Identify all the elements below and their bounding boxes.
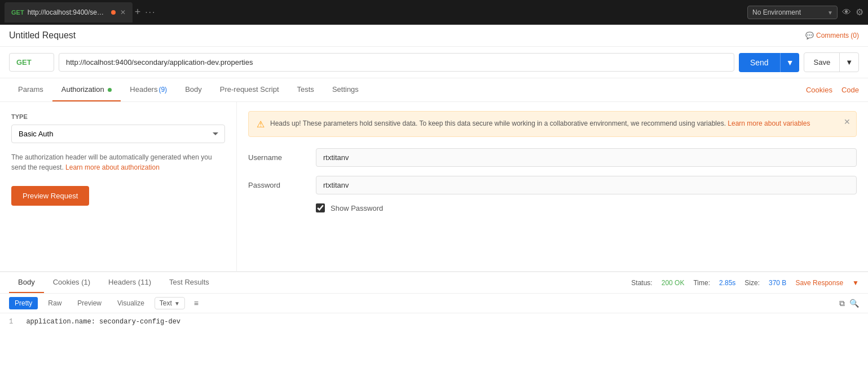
cookies-link[interactable]: Cookies [806, 79, 832, 101]
save-response-button[interactable]: Save Response [795, 279, 843, 287]
username-label: Username [248, 153, 316, 162]
save-button[interactable]: Save ▼ [804, 52, 859, 72]
wrap-icon[interactable]: ≡ [194, 299, 199, 308]
more-tabs-icon[interactable]: ··· [145, 7, 156, 17]
bottom-status: Status: 200 OK Time: 2.85s Size: 370 B S… [631, 279, 859, 287]
comments-button[interactable]: 💬 Comments (0) [805, 32, 859, 39]
comment-icon: 💬 [805, 32, 814, 39]
password-label: Password [248, 181, 316, 189]
time-label: Time: [693, 279, 710, 287]
text-format-select-wrap[interactable]: Text ▼ [155, 297, 185, 309]
format-icons: ⧉ 🔍 [839, 299, 859, 308]
tab-bar: GET http://localhost:9400/secondar... ✕ … [0, 0, 868, 25]
format-visualize[interactable]: Visualize [112, 297, 150, 309]
save-response-chevron-icon[interactable]: ▼ [852, 279, 859, 287]
tab-headers[interactable]: Headers(9) [121, 78, 176, 101]
response-format-row: Pretty Raw Preview Visualize Text ▼ ≡ ⧉ … [0, 294, 868, 313]
eye-icon[interactable]: 👁 [842, 7, 851, 17]
preview-request-button[interactable]: Preview Request [11, 186, 89, 206]
tab-method: GET [11, 9, 24, 16]
format-pretty[interactable]: Pretty [9, 297, 38, 309]
gear-icon[interactable]: ⚙ [856, 7, 863, 17]
text-format-chevron-icon: ▼ [174, 300, 180, 307]
warning-close-icon[interactable]: ✕ [844, 117, 851, 126]
tab-params[interactable]: Params [9, 78, 52, 101]
send-dropdown-icon[interactable]: ▼ [780, 53, 800, 72]
size-value: 370 B [769, 279, 786, 287]
bottom-tab-body[interactable]: Body [9, 272, 44, 293]
tabs-right: Cookies Code [806, 79, 859, 101]
auth-right-panel: ⚠ Heads up! These parameters hold sensit… [237, 102, 868, 271]
warning-text: Heads up! These parameters hold sensitiv… [270, 118, 810, 128]
method-select[interactable]: GET [9, 53, 54, 72]
tab-authorization[interactable]: Authorization [52, 78, 121, 101]
comments-label: Comments (0) [816, 32, 859, 39]
type-label: TYPE [11, 113, 225, 120]
format-preview[interactable]: Preview [72, 297, 107, 309]
save-label: Save [804, 53, 839, 72]
type-select-wrap: Basic Auth [11, 125, 225, 143]
request-tab[interactable]: GET http://localhost:9400/secondar... ✕ [5, 2, 133, 23]
content-area: TYPE Basic Auth The authorization header… [0, 102, 868, 271]
username-input[interactable] [316, 148, 857, 167]
auth-description: The authorization header will be automat… [11, 152, 225, 172]
env-select[interactable]: No Environment [747, 6, 838, 19]
request-title-bar: Untitled Request 💬 Comments (0) [0, 25, 868, 47]
password-row: Password [248, 176, 857, 194]
size-label: Size: [744, 279, 760, 287]
line-number-1: 1 [9, 318, 13, 326]
bottom-panel: Body Cookies (1) Headers (11) Test Resul… [0, 271, 868, 358]
auth-active-dot [108, 88, 112, 92]
tabs-left: Params Authorization Headers(9) Body Pre… [9, 78, 368, 101]
code-line-1-content: application.name: secondary-config-dev [26, 318, 180, 326]
show-password-row: Show Password [316, 203, 857, 212]
send-button[interactable]: Send ▼ [739, 53, 800, 72]
time-value: 2.85s [719, 279, 735, 287]
warning-icon: ⚠ [257, 119, 265, 130]
unsaved-dot [111, 10, 116, 15]
tab-url: http://localhost:9400/secondar... [28, 8, 107, 16]
auth-type-select[interactable]: Basic Auth [11, 125, 225, 143]
bottom-tab-cookies[interactable]: Cookies (1) [44, 272, 99, 293]
add-tab-icon[interactable]: + [135, 6, 141, 18]
request-title: Untitled Request [9, 30, 76, 41]
status-value: 200 OK [662, 279, 685, 287]
text-format-label: Text [160, 299, 172, 307]
show-password-checkbox[interactable] [316, 203, 325, 212]
tab-body[interactable]: Body [176, 78, 211, 101]
warning-box: ⚠ Heads up! These parameters hold sensit… [248, 111, 857, 137]
tab-settings[interactable]: Settings [323, 78, 368, 101]
save-dropdown-icon[interactable]: ▼ [839, 53, 858, 72]
bottom-tab-headers[interactable]: Headers (11) [99, 272, 160, 293]
show-password-label: Show Password [331, 204, 383, 212]
url-bar: GET Send ▼ Save ▼ [0, 47, 868, 78]
bottom-tabs-row: Body Cookies (1) Headers (11) Test Resul… [0, 272, 868, 294]
tab-close-icon[interactable]: ✕ [120, 8, 126, 16]
username-row: Username [248, 148, 857, 167]
env-bar: No Environment ▼ 👁 ⚙ [747, 6, 863, 19]
auth-learn-more-link[interactable]: Learn more about authorization [65, 163, 160, 171]
search-icon[interactable]: 🔍 [849, 299, 859, 308]
code-link[interactable]: Code [841, 79, 859, 101]
format-raw[interactable]: Raw [42, 297, 67, 309]
request-tabs-row: Params Authorization Headers(9) Body Pre… [0, 78, 868, 102]
copy-icon[interactable]: ⧉ [839, 299, 845, 308]
warning-link[interactable]: Learn more about variables [728, 119, 810, 127]
status-label: Status: [631, 279, 652, 287]
tab-prerequest[interactable]: Pre-request Script [211, 78, 288, 101]
password-input[interactable] [316, 176, 857, 194]
url-input[interactable] [59, 53, 734, 72]
tab-tests[interactable]: Tests [288, 78, 323, 101]
bottom-tabs-left: Body Cookies (1) Headers (11) Test Resul… [9, 272, 218, 293]
code-area: 1 application.name: secondary-config-dev [0, 313, 868, 330]
env-select-wrap: No Environment ▼ [747, 6, 838, 19]
send-label: Send [739, 53, 780, 72]
bottom-tab-test-results[interactable]: Test Results [160, 272, 218, 293]
auth-left-panel: TYPE Basic Auth The authorization header… [0, 102, 237, 271]
